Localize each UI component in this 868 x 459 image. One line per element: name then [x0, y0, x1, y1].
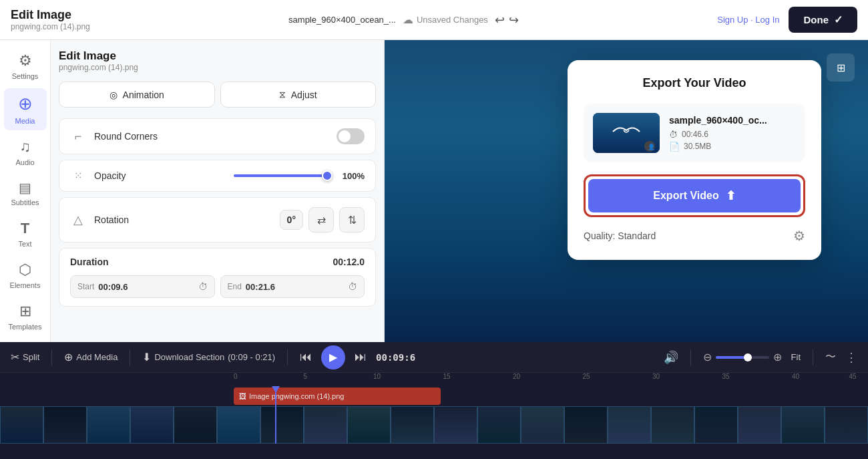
waveform-button[interactable]: 〜 — [825, 350, 836, 364]
rotation-value: 0° — [287, 214, 296, 225]
opacity-value: 100% — [339, 171, 365, 181]
media-icon: ⊕ — [18, 94, 33, 114]
start-label: Start — [77, 282, 94, 291]
separator-1 — [51, 349, 52, 365]
volume-button[interactable]: 🔊 — [664, 350, 678, 365]
undo-redo-group: ↩ ↪ — [495, 13, 519, 27]
sidebar-item-label: Templates — [8, 323, 41, 331]
start-clock-icon: ⏱ — [198, 281, 208, 292]
track-item[interactable]: 🖼 Image pngwing.com (14).png — [234, 388, 441, 405]
opacity-label: Opacity — [94, 170, 226, 181]
rotation-btn-1[interactable]: ⇄ — [308, 207, 334, 233]
film-frame — [651, 406, 694, 444]
zoom-thumb[interactable] — [744, 353, 752, 361]
duration-value: 00:12.0 — [333, 257, 365, 267]
track-item-label: Image pngwing.com (14).png — [249, 392, 344, 400]
rotation-btn-2[interactable]: ⇅ — [339, 207, 365, 233]
start-value: 00:09.6 — [98, 282, 128, 292]
export-modal: Export Your Video — [568, 60, 821, 260]
signup-link[interactable]: Sign Up — [717, 15, 748, 25]
tab-adjust[interactable]: ⧖ Adjust — [220, 82, 377, 108]
done-button[interactable]: Done ✓ — [789, 7, 857, 33]
end-label: End — [228, 282, 242, 291]
opacity-slider-wrap: 100% — [234, 171, 365, 181]
track-row: 🖼 Image pngwing.com (14).png — [0, 386, 868, 406]
opacity-row: ⁙ Opacity 100% — [59, 160, 375, 191]
filesize-meta-value: 30.5MB — [684, 142, 711, 151]
video-meta: ⏱ 00:46.6 📄 30.5MB — [669, 130, 796, 152]
audio-icon: ♫ — [19, 138, 31, 156]
end-clock-icon: ⏱ — [348, 281, 357, 292]
timeline-menu-button[interactable]: ⋮ — [845, 350, 857, 365]
filename-label: sample_960×400_ocean_... — [288, 15, 396, 25]
plus-icon: ⊕ — [64, 351, 73, 363]
sidebar-item-audio[interactable]: ♫ Audio — [4, 133, 47, 172]
ruler-mark-20: 20 — [513, 373, 520, 380]
opacity-icon: ⁙ — [70, 170, 86, 182]
modal-title: Export Your Video — [584, 76, 805, 90]
quality-settings-icon[interactable]: ⚙ — [793, 228, 805, 244]
skip-forward-button[interactable]: ⏭ — [355, 350, 367, 364]
separator-4 — [690, 349, 691, 365]
zoom-slider[interactable] — [716, 356, 769, 359]
sidebar-item-label: Settings — [12, 72, 39, 80]
tab-animation[interactable]: ◎ Animation — [59, 82, 215, 108]
grid-icon: ⊞ — [837, 61, 845, 74]
start-end-row: Start 00:09.6 ⏱ End 00:21.6 ⏱ — [59, 275, 375, 306]
film-frame — [738, 406, 781, 444]
bottom-area: ✂ Split ⊕ Add Media ⬇ Download Section (… — [0, 342, 868, 459]
adjust-label: Adjust — [291, 90, 317, 100]
filmstrip — [0, 406, 868, 444]
main-area: ⚙ Settings ⊕ Media ♫ Audio ▤ Subtitles T… — [0, 40, 868, 342]
undo-button[interactable]: ↩ — [495, 13, 505, 27]
download-section-button[interactable]: ⬇ Download Section (0:09 - 0:21) — [142, 351, 275, 363]
sidebar-item-templates[interactable]: ⊞ Templates — [4, 297, 47, 336]
ruler-mark-35: 35 — [722, 373, 730, 380]
rotation-icon: △ — [70, 212, 86, 227]
ruler-marks: 0 5 10 15 20 25 30 35 40 45 — [234, 373, 868, 386]
sidebar-item-subtitles[interactable]: ▤ Subtitles — [4, 174, 47, 212]
topbar-title-area: Edit Image pngwing.com (14).png — [11, 8, 90, 31]
zoom-out-icon[interactable]: ⊖ — [703, 351, 712, 363]
play-button[interactable]: ▶ — [321, 345, 345, 369]
separator-3 — [287, 349, 288, 365]
thumb-bird-svg: 👤 — [593, 113, 660, 153]
topbar: Edit Image pngwing.com (14).png sample_9… — [0, 0, 868, 40]
round-corners-section: ⌐ Round Corners — [59, 118, 376, 154]
film-frame — [694, 406, 738, 444]
login-link[interactable]: Log In — [755, 15, 779, 25]
ruler-mark-0: 0 — [234, 373, 238, 380]
start-time-field[interactable]: Start 00:09.6 ⏱ — [70, 275, 215, 298]
zoom-in-icon[interactable]: ⊕ — [773, 351, 782, 363]
sidebar: ⚙ Settings ⊕ Media ♫ Audio ▤ Subtitles T… — [0, 40, 51, 342]
flip-h-icon: ⇄ — [317, 214, 326, 226]
redo-button[interactable]: ↪ — [509, 13, 519, 27]
animation-icon: ◎ — [110, 90, 118, 100]
add-media-button[interactable]: ⊕ Add Media — [64, 351, 118, 363]
skip-back-button[interactable]: ⏮ — [300, 350, 312, 364]
filesize-meta: 📄 30.5MB — [669, 142, 796, 152]
quality-value: Standard — [618, 231, 656, 241]
film-frame — [608, 406, 651, 444]
sidebar-item-text[interactable]: T Text — [4, 214, 47, 253]
export-video-button[interactable]: Export Video ⬆ — [588, 179, 801, 212]
video-thumbnail: 👤 — [593, 113, 660, 153]
rotation-input[interactable]: 0° — [280, 210, 303, 230]
fit-button[interactable]: Fit — [791, 352, 801, 362]
opacity-slider-track[interactable] — [234, 174, 333, 177]
split-button[interactable]: ✂ Split — [11, 351, 39, 363]
opacity-slider-thumb[interactable] — [322, 170, 333, 181]
modal-side-btn[interactable]: ⊞ — [827, 53, 855, 82]
elements-icon: ⬡ — [19, 261, 31, 279]
sidebar-item-label: Elements — [10, 281, 41, 289]
sidebar-item-settings[interactable]: ⚙ Settings — [4, 47, 47, 86]
panel-header: Edit Image pngwing.com (14).png — [59, 49, 376, 72]
end-time-field[interactable]: End 00:21.6 ⏱ — [220, 275, 365, 298]
sidebar-item-elements[interactable]: ⬡ Elements — [4, 256, 47, 295]
zoom-fill — [716, 356, 745, 359]
sidebar-item-media[interactable]: ⊕ Media — [4, 88, 47, 130]
round-corners-toggle[interactable] — [337, 128, 365, 144]
timecode-display: 00:09:6 — [376, 352, 415, 363]
split-icon: ✂ — [11, 351, 19, 363]
ruler-mark-15: 15 — [443, 373, 451, 380]
